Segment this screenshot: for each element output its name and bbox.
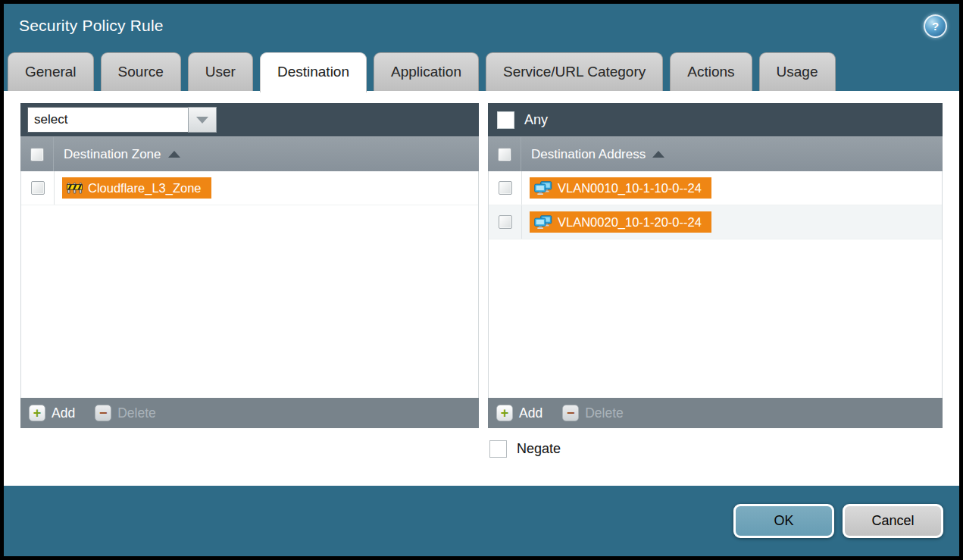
destination-address-panel: Any Destination Address xyxy=(488,103,943,428)
zone-filter-dropdown-button[interactable] xyxy=(188,107,217,133)
plus-icon: + xyxy=(496,405,513,421)
dialog-footer: OK Cancel xyxy=(4,486,959,556)
tab-usage[interactable]: Usage xyxy=(759,52,836,91)
chevron-down-icon xyxy=(196,117,208,124)
minus-icon: − xyxy=(562,405,579,421)
dialog-title: Security Policy Rule xyxy=(19,17,924,35)
zone-select-all-checkbox[interactable] xyxy=(30,148,44,161)
address-icon xyxy=(534,215,552,230)
row-checkbox-cell xyxy=(489,205,522,239)
zone-value-chip[interactable]: Cloudflare_L3_Zone xyxy=(62,177,211,199)
row-checkbox-cell xyxy=(21,171,55,205)
column-header-label: Destination Address xyxy=(531,147,646,162)
tab-bar: General Source User Destination Applicat… xyxy=(4,48,959,91)
add-button-label: Add xyxy=(52,405,75,421)
tab-general[interactable]: General xyxy=(8,52,94,91)
zone-delete-button[interactable]: − Delete xyxy=(95,405,156,421)
tab-service-url-category[interactable]: Service/URL Category xyxy=(486,52,663,91)
address-panel-toolbar: + Add − Delete xyxy=(488,398,943,428)
help-icon[interactable]: ? xyxy=(924,14,947,38)
address-delete-button[interactable]: − Delete xyxy=(562,405,624,421)
address-list: VLAN0010_10-1-10-0--24 xyxy=(488,171,943,398)
address-icon xyxy=(534,181,552,196)
any-label: Any xyxy=(524,112,548,128)
address-select-all-cell xyxy=(488,137,521,171)
any-checkbox[interactable] xyxy=(497,111,514,129)
zone-row-checkbox[interactable] xyxy=(31,181,45,195)
address-add-button[interactable]: + Add xyxy=(496,405,542,421)
column-header-label: Destination Zone xyxy=(64,147,161,162)
tab-user[interactable]: User xyxy=(188,52,253,91)
column-header-destination-zone[interactable]: Destination Zone xyxy=(64,147,180,162)
cancel-button[interactable]: Cancel xyxy=(843,504,943,538)
zone-filter-input[interactable] xyxy=(27,107,188,133)
column-header-destination-address[interactable]: Destination Address xyxy=(531,147,664,162)
sort-ascending-icon xyxy=(168,151,180,158)
address-list-item[interactable]: VLAN0010_10-1-10-0--24 xyxy=(489,171,942,205)
minus-icon: − xyxy=(95,405,111,421)
plus-icon: + xyxy=(29,405,45,421)
dialog-titlebar: Security Policy Rule ? xyxy=(4,4,959,48)
security-policy-rule-dialog: Security Policy Rule ? General Source Us… xyxy=(4,4,959,556)
tab-source[interactable]: Source xyxy=(101,52,181,91)
address-name: VLAN0010_10-1-10-0--24 xyxy=(558,181,702,196)
address-value-chip[interactable]: VLAN0010_10-1-10-0--24 xyxy=(530,177,711,199)
zone-select-all-cell xyxy=(20,137,54,171)
zone-list: Cloudflare_L3_Zone xyxy=(20,171,479,398)
tab-application[interactable]: Application xyxy=(374,52,479,91)
zone-column-header-row: Destination Zone xyxy=(20,136,479,171)
add-button-label: Add xyxy=(519,405,542,421)
address-row-checkbox[interactable] xyxy=(499,215,512,229)
zone-icon xyxy=(67,182,83,194)
zone-filter-combo xyxy=(27,107,217,133)
zone-name: Cloudflare_L3_Zone xyxy=(88,181,202,196)
negate-label: Negate xyxy=(517,441,561,457)
address-column-header-row: Destination Address xyxy=(488,136,943,171)
address-select-all-checkbox[interactable] xyxy=(498,148,511,161)
ok-button[interactable]: OK xyxy=(733,504,834,538)
delete-button-label: Delete xyxy=(585,405,624,421)
negate-checkbox[interactable] xyxy=(489,440,507,458)
zone-add-button[interactable]: + Add xyxy=(29,405,75,421)
destination-tab-content: Destination Zone xyxy=(4,91,959,486)
destination-zone-panel: Destination Zone xyxy=(20,103,479,428)
delete-button-label: Delete xyxy=(117,405,156,421)
sort-ascending-icon xyxy=(652,151,664,158)
row-checkbox-cell xyxy=(489,171,522,205)
zone-panel-topbar xyxy=(20,103,479,136)
tab-destination[interactable]: Destination xyxy=(260,52,367,92)
address-panel-topbar: Any xyxy=(488,103,943,136)
zone-list-item[interactable]: Cloudflare_L3_Zone xyxy=(21,171,478,205)
address-list-item[interactable]: VLAN0020_10-1-20-0--24 xyxy=(489,205,942,239)
negate-option: Negate xyxy=(489,440,959,458)
address-value-chip[interactable]: VLAN0020_10-1-20-0--24 xyxy=(530,211,711,233)
address-row-checkbox[interactable] xyxy=(499,181,512,195)
tab-actions[interactable]: Actions xyxy=(670,52,752,91)
address-name: VLAN0020_10-1-20-0--24 xyxy=(558,215,702,230)
zone-panel-toolbar: + Add − Delete xyxy=(20,398,479,428)
